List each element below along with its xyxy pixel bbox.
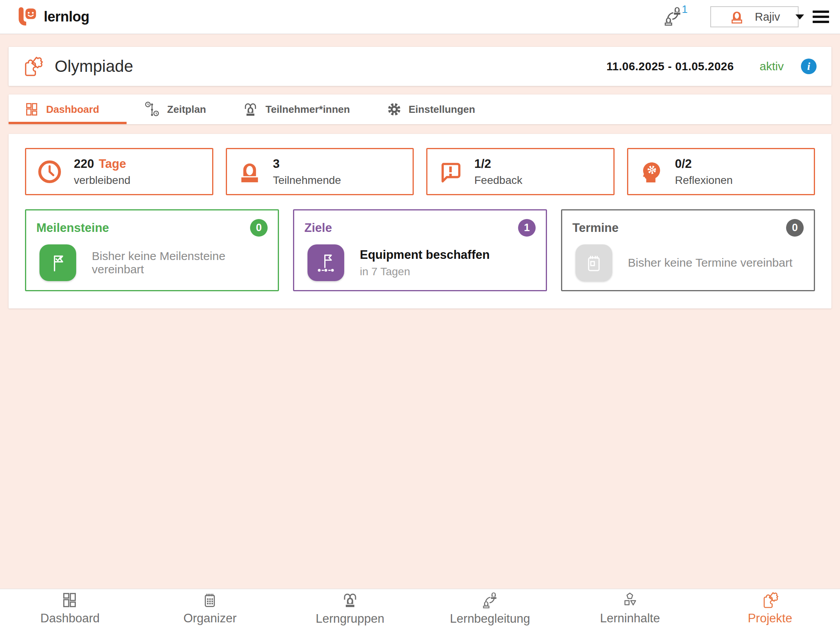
goal-flag-icon [307,244,344,281]
tab-einstellungen[interactable]: Einstellungen [368,94,493,124]
nav-label: Lerninhalte [600,611,660,625]
nav-item-dashboard[interactable]: Dashboard [0,589,140,627]
tab-label: Dashboard [46,103,99,116]
stat-label: Feedback [474,174,522,187]
stat-card-participants: 3 Teilnehmende [226,148,414,195]
milestone-flag-icon [39,244,76,281]
dashboard-grid-icon [61,591,79,609]
stats-row: 220Tage verbleibend 3 Teilnehmende [25,148,815,195]
chevron-down-icon [795,14,804,20]
stat-card-reflections: 0/2 Reflexionen [627,148,815,195]
stat-card-days-remaining: 220Tage verbleibend [25,148,213,195]
app-logo[interactable]: lernlog [16,6,89,27]
nav-item-lerninhalte[interactable]: Lerninhalte [560,589,700,627]
stat-value-unit: Tage [99,157,126,171]
goal-title: Equipment beschaffen [360,248,490,262]
stat-value: 3 [273,157,280,171]
group-icon [341,591,359,609]
gear-icon [386,101,402,118]
nav-label: Dashboard [40,611,100,625]
hamburger-menu-button[interactable] [813,11,829,23]
lernlog-logo-icon [16,6,38,27]
group-icon [242,101,259,118]
project-header: Olympiade 11.06.2025 - 01.05.2026 aktiv … [9,47,831,86]
nav-item-organizer[interactable]: Organizer [140,589,280,627]
tab-teilnehmer[interactable]: Teilnehmer*innen [224,94,368,124]
card-title: Ziele [304,221,332,235]
count-badge: 1 [518,219,536,237]
shapes-icon [621,591,639,609]
nav-item-lerngruppen[interactable]: Lerngruppen [280,589,420,627]
nav-label: Projekte [748,611,792,625]
puzzle-icon [761,591,779,609]
dashboard-panel: 220Tage verbleibend 3 Teilnehmende [9,134,831,308]
head-gear-icon [639,159,663,184]
clock-icon [37,159,62,184]
project-status-label: aktiv [760,60,784,73]
project-date-range: 11.06.2025 - 01.05.2026 [606,60,734,73]
tab-label: Zeitplan [167,103,206,116]
user-avatar-icon [729,9,745,25]
tab-label: Einstellungen [409,103,475,116]
dashboard-grid-icon [24,102,40,117]
notifications-button[interactable]: 1 [662,5,688,28]
nav-item-projekte[interactable]: Projekte [700,589,840,627]
empty-state-text: Bisher keine Termine vereinbart [628,256,792,269]
bottom-navigation: Dashboard Organizer [0,589,840,627]
card-title: Meilensteine [36,221,109,235]
brand-name: lernlog [44,9,89,25]
stat-label: Teilnehmende [273,174,341,187]
tab-label: Teilnehmer*innen [265,103,350,116]
tab-dashboard[interactable]: Dashboard [9,94,127,124]
stat-card-feedback: 1/2 Feedback [426,148,615,195]
nav-item-lernbegleitung[interactable]: Lernbegleitung [420,589,560,627]
count-badge: 0 [250,219,268,237]
topbar: lernlog 1 [0,0,840,34]
feedback-bubble-icon [438,159,463,184]
user-menu-button[interactable]: Rajiv [710,6,799,27]
nav-label: Lernbegleitung [450,612,530,626]
milestones-card[interactable]: Meilensteine 0 Bisher keine Meilensteine… [25,209,279,291]
goal-due-text: in 7 Tagen [360,265,490,278]
timeline-clock-icon [145,101,161,118]
puzzle-icon [22,55,44,77]
exchange-persons-icon [481,591,499,609]
project-title: Olympiade [55,57,133,76]
person-icon [238,159,261,184]
empty-state-text: Bisher keine Meilensteine vereinbart [92,249,268,276]
info-icon[interactable]: i [801,59,817,74]
notification-count-badge: 1 [682,4,688,16]
tab-zeitplan[interactable]: Zeitplan [127,94,224,124]
appointments-card[interactable]: Termine 0 Bisher keine Termine vereinbar… [561,209,815,291]
count-badge: 0 [786,219,804,237]
stat-label: Reflexionen [675,174,733,187]
page-content: Olympiade 11.06.2025 - 01.05.2026 aktiv … [0,34,840,308]
nav-label: Organizer [183,611,236,625]
stat-value: 0/2 [675,157,692,171]
user-name: Rajiv [755,11,780,23]
stat-value: 1/2 [474,157,491,171]
stat-value: 220 [74,157,94,171]
goals-card[interactable]: Ziele 1 [293,209,547,291]
calendar-pad-icon [575,244,612,281]
stat-label: verbleibend [74,174,130,187]
overview-cards-row: Meilensteine 0 Bisher keine Meilensteine… [25,209,815,291]
organizer-planner-icon [201,591,219,609]
card-title: Termine [572,221,618,235]
project-tabs: Dashboard Zeitplan [9,94,831,124]
nav-label: Lerngruppen [316,612,384,626]
